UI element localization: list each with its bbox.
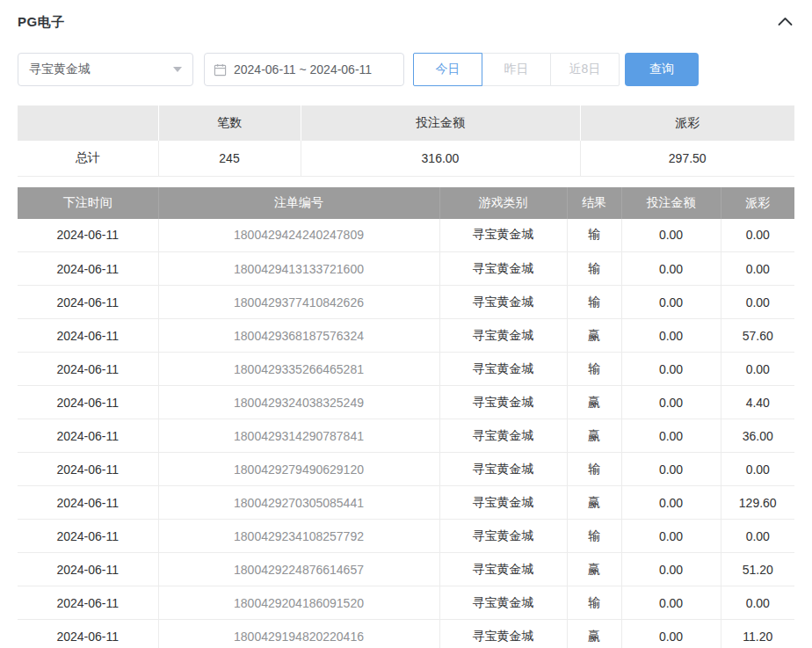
quick-range-last8days-button[interactable]: 近8日 <box>550 53 620 86</box>
summary-count-value: 245 <box>158 141 301 176</box>
table-row: 2024-06-111800429270305085441寻宝黄金城赢0.001… <box>18 486 794 520</box>
payout-cell: 0.00 <box>721 252 794 286</box>
column-header-bet-time: 下注时间 <box>18 187 158 219</box>
order-id-cell: 1800429335266465281 <box>158 353 439 386</box>
column-header-result: 结果 <box>567 187 621 219</box>
table-row: 2024-06-111800429194820220416寻宝黄金城赢0.001… <box>18 620 794 648</box>
column-header-bet-amount: 投注金额 <box>621 187 721 219</box>
game-category-cell: 寻宝黄金城 <box>439 620 567 648</box>
bet-amount-cell: 0.00 <box>621 219 721 252</box>
bet-time-cell: 2024-06-11 <box>18 620 158 648</box>
bet-amount-cell: 0.00 <box>621 620 721 648</box>
bet-amount-cell: 0.00 <box>621 319 721 353</box>
table-row: 2024-06-111800429324038325249寻宝黄金城赢0.004… <box>18 386 794 419</box>
bet-time-cell: 2024-06-11 <box>18 486 158 520</box>
collapse-panel-button[interactable] <box>776 12 794 32</box>
summary-header-empty <box>18 106 158 141</box>
order-id-cell: 1800429279490629120 <box>158 453 439 486</box>
order-id-cell: 1800429270305085441 <box>158 486 439 520</box>
payout-cell: 57.60 <box>721 319 794 353</box>
bet-time-cell: 2024-06-11 <box>18 219 158 252</box>
panel-header: PG电子 <box>18 12 794 32</box>
summary-header-row: 笔数 投注金额 派彩 <box>18 106 794 141</box>
quick-range-today-button[interactable]: 今日 <box>413 53 482 86</box>
payout-cell: 36.00 <box>721 419 794 453</box>
payout-cell: 0.00 <box>721 353 794 386</box>
game-category-cell: 寻宝黄金城 <box>439 520 567 553</box>
bet-time-cell: 2024-06-11 <box>18 553 158 586</box>
game-category-cell: 寻宝黄金城 <box>439 586 567 620</box>
payout-cell: 0.00 <box>721 586 794 620</box>
result-cell: 输 <box>567 353 621 386</box>
bet-time-cell: 2024-06-11 <box>18 286 158 319</box>
result-cell: 输 <box>567 219 621 252</box>
result-cell: 输 <box>567 586 621 620</box>
pg-panel: PG电子 寻宝黄金城 2024-06-11 ~ 2024-06-11 今日 昨日… <box>0 0 812 648</box>
order-id-cell: 1800429324038325249 <box>158 386 439 419</box>
bet-amount-cell: 0.00 <box>621 486 721 520</box>
order-id-cell: 1800429377410842626 <box>158 286 439 319</box>
payout-cell: 4.40 <box>721 386 794 419</box>
table-row: 2024-06-111800429204186091520寻宝黄金城输0.000… <box>18 586 794 620</box>
chevron-down-icon <box>173 67 182 72</box>
summary-total-label: 总计 <box>18 141 158 176</box>
bets-table-head-row: 下注时间注单编号游戏类别结果投注金额派彩 <box>18 187 794 219</box>
bet-amount-cell: 0.00 <box>621 353 721 386</box>
bet-amount-cell: 0.00 <box>621 553 721 586</box>
bet-amount-cell: 0.00 <box>621 586 721 620</box>
game-category-cell: 寻宝黄金城 <box>439 486 567 520</box>
table-row: 2024-06-111800429368187576324寻宝黄金城赢0.005… <box>18 319 794 353</box>
order-id-cell: 1800429314290787841 <box>158 419 439 453</box>
payout-cell: 11.20 <box>721 620 794 648</box>
result-cell: 输 <box>567 252 621 286</box>
payout-cell: 129.60 <box>721 486 794 520</box>
order-id-cell: 1800429368187576324 <box>158 319 439 353</box>
bet-amount-cell: 0.00 <box>621 520 721 553</box>
chevron-up-icon <box>778 14 793 30</box>
column-header-payout: 派彩 <box>721 187 794 219</box>
summary-total-row: 总计 245 316.00 297.50 <box>18 141 794 176</box>
game-category-cell: 寻宝黄金城 <box>439 319 567 353</box>
bet-time-cell: 2024-06-11 <box>18 252 158 286</box>
table-row: 2024-06-111800429424240247809寻宝黄金城输0.000… <box>18 219 794 252</box>
payout-cell: 0.00 <box>721 219 794 252</box>
bet-amount-cell: 0.00 <box>621 252 721 286</box>
bet-time-cell: 2024-06-11 <box>18 419 158 453</box>
order-id-cell: 1800429413133721600 <box>158 252 439 286</box>
table-row: 2024-06-111800429335266465281寻宝黄金城输0.000… <box>18 353 794 386</box>
column-header-order-id: 注单编号 <box>158 187 439 219</box>
filter-row: 寻宝黄金城 2024-06-11 ~ 2024-06-11 今日 昨日 近8日 … <box>18 53 794 86</box>
panel-title: PG电子 <box>18 14 65 31</box>
summary-header-bet-amount: 投注金额 <box>301 106 580 141</box>
result-cell: 输 <box>567 520 621 553</box>
date-range-input[interactable]: 2024-06-11 ~ 2024-06-11 <box>204 53 404 86</box>
quick-range-group: 今日 昨日 近8日 <box>413 53 620 86</box>
bet-time-cell: 2024-06-11 <box>18 520 158 553</box>
column-header-game-category: 游戏类别 <box>439 187 567 219</box>
table-row: 2024-06-111800429279490629120寻宝黄金城输0.000… <box>18 453 794 486</box>
quick-range-yesterday-button[interactable]: 昨日 <box>482 53 551 86</box>
game-category-cell: 寻宝黄金城 <box>439 219 567 252</box>
order-id-cell: 1800429194820220416 <box>158 620 439 648</box>
bet-time-cell: 2024-06-11 <box>18 353 158 386</box>
table-row: 2024-06-111800429377410842626寻宝黄金城输0.000… <box>18 286 794 319</box>
game-select-value: 寻宝黄金城 <box>29 62 91 77</box>
bet-time-cell: 2024-06-11 <box>18 319 158 353</box>
game-category-cell: 寻宝黄金城 <box>439 386 567 419</box>
bet-amount-cell: 0.00 <box>621 419 721 453</box>
game-category-cell: 寻宝黄金城 <box>439 419 567 453</box>
table-row: 2024-06-111800429224876614657寻宝黄金城赢0.005… <box>18 553 794 586</box>
game-category-cell: 寻宝黄金城 <box>439 252 567 286</box>
result-cell: 输 <box>567 286 621 319</box>
result-cell: 赢 <box>567 319 621 353</box>
bet-amount-cell: 0.00 <box>621 453 721 486</box>
result-cell: 赢 <box>567 419 621 453</box>
bets-table-body: 2024-06-111800429424240247809寻宝黄金城输0.000… <box>18 219 794 648</box>
result-cell: 赢 <box>567 620 621 648</box>
game-category-cell: 寻宝黄金城 <box>439 286 567 319</box>
search-button[interactable]: 查询 <box>625 53 699 86</box>
result-cell: 赢 <box>567 386 621 419</box>
game-select[interactable]: 寻宝黄金城 <box>18 53 193 86</box>
result-cell: 赢 <box>567 553 621 586</box>
payout-cell: 51.20 <box>721 553 794 586</box>
